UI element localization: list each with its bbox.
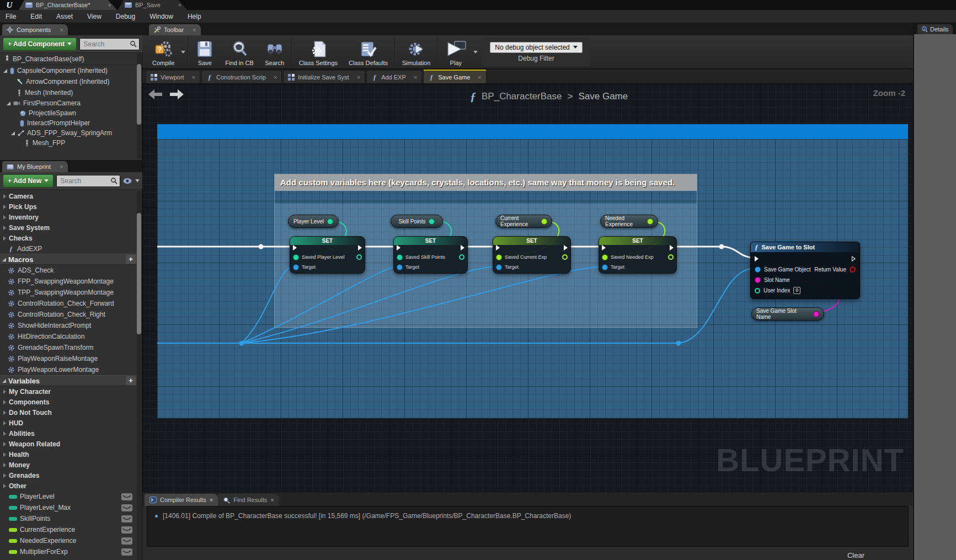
var-category[interactable]: Weapon Related — [0, 439, 138, 449]
clear-button[interactable]: Clear — [847, 551, 864, 559]
float-input-pin[interactable] — [496, 254, 502, 260]
blueprint-graph-canvas[interactable]: Add custom variables here (keycards, cry… — [142, 84, 913, 493]
tab-construction-script[interactable]: ƒ Construction Scrip× — [201, 70, 282, 83]
int-input-pin[interactable] — [755, 288, 760, 294]
exec-out-pin[interactable] — [461, 245, 464, 250]
expander-icon[interactable] — [3, 452, 6, 457]
macro-item[interactable]: ADS_Check — [0, 265, 138, 276]
tab-find-results[interactable]: Find Results × — [218, 494, 279, 506]
compile-options-chevron-icon[interactable] — [181, 51, 185, 54]
expander-icon[interactable] — [3, 215, 6, 220]
my-blueprint-search-input[interactable] — [59, 177, 110, 185]
component-row-ads-springarm[interactable]: ADS_FPP_Sway_SpringArm — [0, 128, 138, 138]
components-search[interactable] — [79, 38, 140, 50]
expander-icon[interactable] — [7, 102, 10, 105]
my-blueprint-search[interactable] — [56, 175, 120, 187]
expander-icon[interactable] — [3, 410, 6, 415]
macro-item[interactable]: ControlRotation_Check_Forward — [0, 298, 138, 309]
var-category[interactable]: Grenades — [0, 470, 138, 481]
macro-item[interactable]: FPP_SwappingWeaponMontage — [0, 276, 138, 287]
int-output-pin[interactable] — [327, 218, 333, 225]
component-row-firstpersoncamera[interactable]: FirstPersonCamera — [0, 98, 138, 108]
debug-object-select[interactable]: No debug object selected — [490, 42, 582, 53]
add-component-button[interactable]: + Add Component — [3, 38, 77, 51]
exec-in-pin[interactable] — [397, 245, 400, 250]
close-icon[interactable]: × — [210, 497, 213, 503]
float-input-pin[interactable] — [602, 254, 608, 260]
comment-title[interactable]: Add custom variables here (keycards, cry… — [275, 174, 697, 191]
component-row-interactprompthelper[interactable]: InteractPromptHelper — [0, 118, 138, 128]
tab-details[interactable]: i Details — [917, 24, 953, 34]
category-checks[interactable]: Checks — [0, 233, 138, 243]
compile-button[interactable]: ? Compile — [147, 35, 180, 68]
float-output-pin[interactable] — [541, 218, 547, 225]
close-icon[interactable]: × — [60, 163, 63, 170]
target-input-pin[interactable] — [293, 264, 299, 270]
tab-save-game[interactable]: ƒ Save Game× — [423, 70, 487, 83]
tab-initialize-save-system[interactable]: Initialize Save Syst× — [283, 70, 365, 83]
set-node-saved-skill-points[interactable]: SET Saved Skill Points Target — [393, 236, 468, 274]
variables-section-header[interactable]: Variables + — [0, 375, 138, 386]
back-arrow-icon[interactable] — [148, 88, 163, 100]
play-options-chevron-icon[interactable] — [473, 51, 478, 54]
category-save-system[interactable]: Save System — [0, 222, 138, 233]
var-category[interactable]: Components — [0, 397, 138, 407]
components-search-input[interactable] — [82, 40, 130, 49]
expander-icon[interactable] — [11, 131, 15, 135]
target-input-pin[interactable] — [496, 264, 502, 270]
getter-node-skill-points[interactable]: Skill Points — [391, 215, 443, 228]
set-node-saved-current-exp[interactable]: SET Saved Current Exp Target — [493, 236, 571, 274]
exec-out-pin[interactable] — [358, 245, 362, 250]
component-row-mesh-fpp[interactable]: Mesh_FPP — [0, 138, 138, 148]
var-category[interactable]: Do Not Touch — [0, 407, 138, 418]
var-category[interactable]: Money — [0, 460, 138, 470]
variable-row[interactable]: PlayerLevel — [0, 491, 138, 502]
menu-edit[interactable]: Edit — [30, 13, 42, 20]
search-button[interactable]: Search — [259, 35, 290, 68]
var-category[interactable]: Abilities — [0, 428, 138, 439]
var-category[interactable]: Other — [0, 481, 138, 491]
set-node-saved-player-level[interactable]: SET Saved Player Level Target — [290, 236, 365, 274]
macro-item[interactable]: ControlRotation_Check_Right — [0, 309, 138, 320]
category-pick-ups[interactable]: Pick Ups — [0, 201, 138, 212]
play-button[interactable]: Play — [439, 35, 472, 68]
menu-asset[interactable]: Asset — [56, 13, 73, 20]
expander-icon[interactable] — [3, 463, 6, 467]
my-blueprint-scrollbar-thumb[interactable] — [137, 213, 141, 334]
closed-eye-icon[interactable] — [121, 537, 132, 545]
close-icon[interactable]: × — [178, 2, 181, 8]
close-icon[interactable]: × — [192, 74, 195, 81]
close-icon[interactable]: × — [193, 26, 196, 33]
expander-icon[interactable] — [2, 258, 6, 262]
menu-debug[interactable]: Debug — [116, 13, 135, 20]
string-output-pin[interactable] — [813, 311, 819, 317]
target-input-pin[interactable] — [602, 264, 608, 270]
closed-eye-icon[interactable] — [121, 515, 132, 522]
exec-out-pin[interactable] — [564, 245, 568, 250]
component-row-mesh[interactable]: Mesh (Inherited) — [0, 87, 138, 98]
expander-icon[interactable] — [3, 473, 6, 478]
find-in-cb-button[interactable]: Find in CB — [220, 35, 259, 68]
expander-icon[interactable] — [3, 390, 6, 394]
expander-icon[interactable] — [3, 421, 6, 425]
var-category[interactable]: My Character — [0, 386, 138, 397]
component-row-self[interactable]: BP_CharacterBase(self) — [0, 53, 138, 65]
add-new-button[interactable]: + Add New — [3, 174, 54, 188]
components-scrollbar[interactable] — [137, 53, 141, 159]
my-blueprint-scrollbar[interactable] — [137, 191, 141, 560]
chevron-down-icon[interactable] — [135, 179, 140, 182]
target-input-pin[interactable] — [397, 264, 403, 270]
expander-icon[interactable] — [3, 236, 6, 241]
object-input-pin[interactable] — [755, 266, 761, 273]
closed-eye-icon[interactable] — [121, 504, 132, 511]
user-index-value-field[interactable]: 0 — [793, 287, 800, 294]
var-category[interactable]: HUD — [0, 418, 138, 428]
macro-item[interactable]: PlayWeaponLowerMontage — [0, 364, 138, 375]
close-icon[interactable]: × — [414, 74, 417, 81]
macro-item[interactable]: ShowHideInteractPrompt — [0, 320, 138, 331]
close-icon[interactable]: × — [270, 497, 274, 503]
save-comment-header[interactable] — [157, 124, 908, 139]
asset-tab-bp-save[interactable]: BP_Save × — [118, 0, 187, 10]
getter-node-player-level[interactable]: Player Level — [288, 215, 339, 228]
expander-icon[interactable] — [3, 431, 6, 436]
